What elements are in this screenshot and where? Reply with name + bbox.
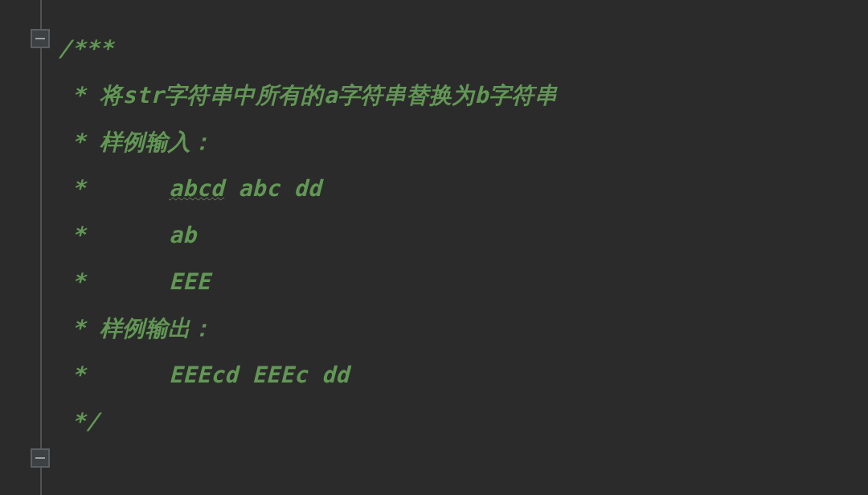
text: abc dd — [224, 175, 321, 202]
comment-line-1: * 将str字符串中所有的a字符串替换为b字符串 — [58, 72, 868, 119]
text: * — [58, 82, 100, 108]
text: 字符串中所有的 — [164, 82, 324, 108]
comment-close: */ — [58, 399, 868, 445]
comment-line-7: * EEEcd EEEc dd — [58, 352, 868, 399]
fold-toggle-open[interactable] — [31, 29, 50, 48]
code-area[interactable]: /*** * 将str字符串中所有的a字符串替换为b字符串 * 样例输入： * … — [48, 0, 868, 495]
code-editor: /*** * 将str字符串中所有的a字符串替换为b字符串 * 样例输入： * … — [0, 0, 868, 495]
minus-icon — [35, 452, 46, 464]
text: * — [58, 175, 169, 202]
ident-b: b — [474, 82, 488, 108]
ident-a: a — [324, 82, 338, 108]
fold-toggle-close[interactable] — [31, 448, 50, 468]
editor-gutter — [0, 0, 48, 495]
text: 字符串 — [489, 82, 557, 108]
comment-line-2: * 样例输入： — [58, 119, 868, 166]
comment-line-4: * ab — [58, 212, 868, 259]
minus-icon — [35, 33, 46, 44]
comment-line-5: * EEE — [58, 259, 868, 305]
comment-line-6: * 样例输出： — [58, 305, 868, 352]
ident-str: str — [122, 82, 164, 108]
fold-line — [40, 0, 42, 495]
typo-word: abcd — [169, 175, 224, 202]
comment-line-3: * abcd abc dd — [58, 166, 868, 212]
comment-open: /*** — [58, 26, 868, 72]
text: 将 — [100, 82, 122, 108]
text: 字符串替换为 — [338, 82, 474, 108]
